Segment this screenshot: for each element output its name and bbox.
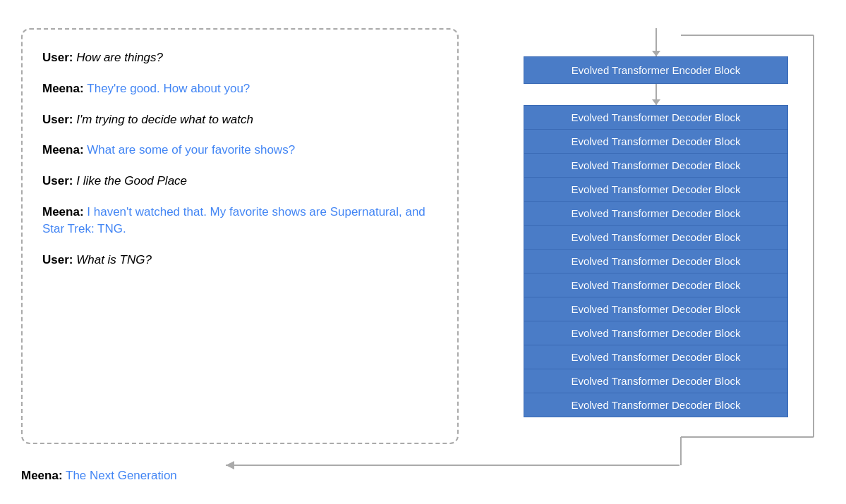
decoder-block: Evolved Transformer Decoder Block [524,393,788,417]
bottom-output: Meena: The Next Generation [21,469,177,483]
chat-text: How are things? [76,51,163,64]
chat-line: Meena: They're good. How about you? [42,80,437,97]
top-connector [655,28,657,56]
decoder-block: Evolved Transformer Decoder Block [524,345,788,369]
output-text: The Next Generation [66,469,177,482]
decoder-block: Evolved Transformer Decoder Block [524,369,788,393]
decoder-stack: Evolved Transformer Decoder BlockEvolved… [524,105,788,417]
chat-text: I'm trying to decide what to watch [76,113,253,126]
decoder-block: Evolved Transformer Decoder Block [524,153,788,177]
chat-line: User: What is TNG? [42,252,437,269]
chat-speaker: User: [42,51,76,64]
chat-text: What is TNG? [76,253,152,266]
chat-text: What are some of your favorite shows? [87,143,295,156]
decoder-block: Evolved Transformer Decoder Block [524,297,788,321]
main-container: User: How are things?Meena: They're good… [0,0,846,504]
chat-line: User: I like the Good Place [42,173,437,190]
chat-speaker: Meena: [42,82,87,95]
chat-line: User: I'm trying to decide what to watch [42,111,437,128]
diagram-container: Evolved Transformer Encoder Block Evolve… [487,28,825,417]
chat-speaker: User: [42,253,76,266]
decoder-block: Evolved Transformer Decoder Block [524,249,788,273]
decoder-block: Evolved Transformer Decoder Block [524,177,788,201]
decoder-block: Evolved Transformer Decoder Block [524,105,788,129]
chat-line: User: How are things? [42,49,437,66]
chat-speaker: User: [42,174,76,188]
decoder-block: Evolved Transformer Decoder Block [524,129,788,153]
chat-text: I like the Good Place [76,174,187,188]
decoder-block: Evolved Transformer Decoder Block [524,273,788,297]
chat-text: I haven't watched that. My favorite show… [42,205,425,235]
chat-line: Meena: I haven't watched that. My favori… [42,204,437,238]
chat-text: They're good. How about you? [87,82,250,95]
mid-connector [655,84,657,105]
decoder-block: Evolved Transformer Decoder Block [524,201,788,225]
chat-box: User: How are things?Meena: They're good… [21,28,459,444]
output-speaker: Meena: [21,469,63,482]
decoder-block: Evolved Transformer Decoder Block [524,225,788,249]
decoder-block: Evolved Transformer Decoder Block [524,321,788,345]
chat-speaker: User: [42,113,76,126]
chat-line: Meena: What are some of your favorite sh… [42,142,437,159]
encoder-block: Evolved Transformer Encoder Block [524,56,788,84]
chat-speaker: Meena: [42,205,87,219]
chat-speaker: Meena: [42,143,87,156]
